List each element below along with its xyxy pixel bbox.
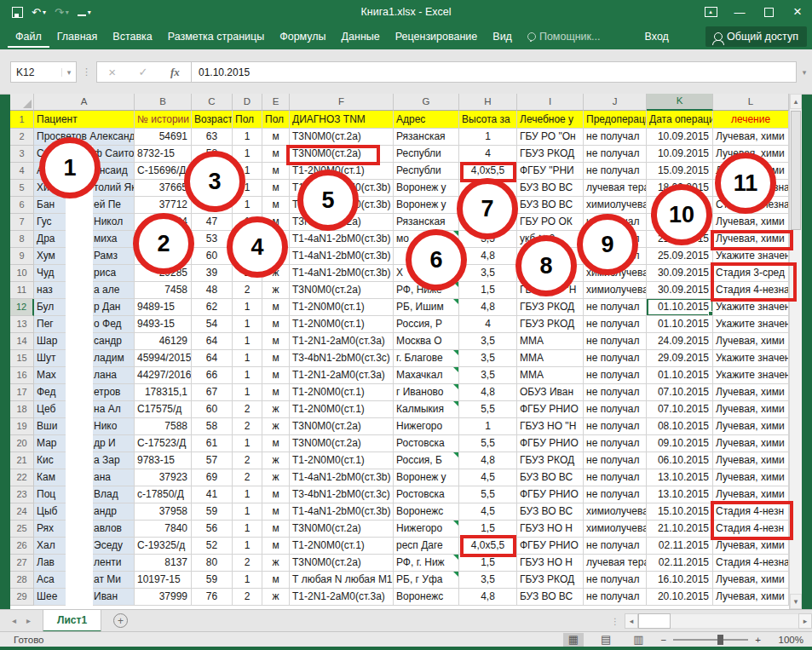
cell-F20[interactable]: T3N0M0(ст.2a)	[290, 435, 394, 452]
cell-D18[interactable]: 2	[233, 401, 262, 418]
cell-L14[interactable]: Лучевая, хими	[713, 333, 789, 350]
cell-I24[interactable]: БУЗ ВО ВС	[517, 503, 584, 521]
undo-button[interactable]: ↶▾	[32, 6, 46, 19]
cell-B17[interactable]: 178315,1	[135, 384, 192, 401]
cell-K2[interactable]: 10.09.2015	[647, 129, 713, 146]
cell-C11[interactable]: 48	[192, 282, 233, 299]
row-header-9[interactable]: 9	[10, 248, 34, 265]
row-header-7[interactable]: 7	[10, 214, 34, 231]
cell-K27[interactable]: 02.11.2015	[647, 555, 713, 572]
cell-C20[interactable]: 61	[192, 435, 233, 452]
ribbon-display-options-button[interactable]: ▴	[696, 0, 725, 24]
cell-I4[interactable]: ФГБУ "РНИ	[517, 163, 584, 180]
cell-I5[interactable]: БУЗ ВО ВС	[517, 180, 584, 197]
cell-B14[interactable]: 46129	[135, 333, 192, 350]
cell-I17[interactable]: ОБУЗ Иван	[517, 384, 584, 401]
cell-B26[interactable]: С-19325/д	[135, 538, 192, 555]
vscroll-down-arrow[interactable]: ▾	[790, 594, 802, 609]
cell-G14[interactable]: Москва О	[394, 333, 459, 350]
cell-K22[interactable]: 13.10.2015	[647, 469, 713, 486]
row-header-1[interactable]: 1	[10, 111, 34, 129]
cell-I19[interactable]: ГБУЗ НО "Н	[517, 418, 584, 435]
cell-K28[interactable]: 16.10.2015	[647, 572, 713, 589]
column-header-J[interactable]: J	[584, 94, 647, 111]
cell-K12[interactable]: 01.10.2015	[647, 299, 713, 316]
cell-G7[interactable]: Рязанская	[394, 214, 459, 231]
cell-C21[interactable]: 57	[192, 452, 233, 469]
column-header-G[interactable]: G	[394, 94, 459, 111]
cell-I6[interactable]: БУЗ ВО ВС	[517, 197, 584, 214]
vscroll-up-arrow[interactable]: ▴	[790, 94, 802, 109]
row-header-19[interactable]: 19	[10, 418, 34, 435]
cell-L20[interactable]: Лучевая, хими	[713, 435, 789, 452]
cell-E14[interactable]: м	[262, 333, 290, 350]
cell-F27[interactable]: T3N0M0(ст.2a)	[290, 555, 394, 572]
cell-H3[interactable]: 4	[459, 146, 517, 163]
cell-E12[interactable]: м	[262, 299, 290, 316]
cell-E2[interactable]: м	[262, 129, 290, 146]
cell-J19[interactable]: не получал	[584, 418, 647, 435]
cell-F14[interactable]: T1-2N1-2aM0(ст.3a)	[290, 333, 394, 350]
cell-J1[interactable]: Предоперацио	[584, 111, 647, 129]
hscroll-left-arrow[interactable]: ◂	[625, 613, 638, 629]
cell-D11[interactable]: 2	[233, 282, 262, 299]
cell-D2[interactable]: 1	[233, 129, 262, 146]
row-header-20[interactable]: 20	[10, 435, 34, 452]
cell-K16[interactable]: 01.10.2015	[647, 367, 713, 384]
cell-D22[interactable]: 2	[233, 469, 262, 486]
cell-C10[interactable]: 39	[192, 265, 233, 282]
cell-J20[interactable]: не получал	[584, 435, 647, 452]
cell-K3[interactable]: 10.09.2015	[647, 146, 713, 163]
cell-B2[interactable]: 54691	[135, 129, 192, 146]
cell-C7[interactable]: 47	[192, 214, 233, 231]
cell-L2[interactable]: Лучевая, хими	[713, 129, 789, 146]
tab-data[interactable]: Данные	[334, 26, 388, 48]
cell-J11[interactable]: химиолучева	[584, 282, 647, 299]
cell-I13[interactable]: ГБУЗ РКОД	[517, 316, 584, 333]
cell-L18[interactable]: Лучевая, хими	[713, 401, 789, 418]
view-page-break-button[interactable]: ▥	[628, 633, 648, 647]
row-header-4[interactable]: 4	[10, 163, 34, 180]
cell-J6[interactable]: химиолучева	[584, 197, 647, 214]
cell-J29[interactable]: не получал	[584, 589, 647, 606]
cell-F12[interactable]: T1-2N0M0(ст.1)	[290, 299, 394, 316]
cell-I3[interactable]: ГБУЗ РКОД	[517, 146, 584, 163]
cell-H27[interactable]: 1,5	[459, 555, 517, 572]
cell-F22[interactable]: T1-4aN1-2bM0(ст.3b)	[290, 469, 394, 486]
view-page-layout-button[interactable]: ▤	[596, 633, 616, 647]
cell-J12[interactable]: не получал	[584, 299, 647, 316]
cell-F9[interactable]: T1-4aN1-2bM0(ст.3b)	[290, 248, 394, 265]
hscroll-track[interactable]	[671, 613, 798, 629]
cell-E5[interactable]: м	[262, 180, 290, 197]
cell-C16[interactable]: 66	[192, 367, 233, 384]
cell-G27[interactable]: РФ, г. Ниж	[394, 555, 459, 572]
cell-H20[interactable]: 5,5	[459, 435, 517, 452]
cell-L21[interactable]: Лучевая, хими	[713, 452, 789, 469]
cell-D20[interactable]: 1	[233, 435, 262, 452]
cell-E17[interactable]: м	[262, 384, 290, 401]
cell-C23[interactable]: 41	[192, 486, 233, 503]
cell-G3[interactable]: Республи	[394, 146, 459, 163]
cell-B11[interactable]: 7458	[135, 282, 192, 299]
column-header-F[interactable]: F	[290, 94, 394, 111]
row-header-12[interactable]: 12	[10, 299, 34, 316]
cell-B5[interactable]: 37665	[135, 180, 192, 197]
cell-G24[interactable]: Воронежс	[394, 503, 459, 521]
cell-A1[interactable]: Пациент	[34, 111, 135, 129]
vscroll-thumb[interactable]	[791, 111, 801, 230]
formula-input[interactable]: 01.10.2015	[192, 61, 797, 83]
cell-K18[interactable]: 07.10.2015	[647, 401, 713, 418]
cell-D15[interactable]: 1	[233, 350, 262, 367]
cell-B24[interactable]: 37958	[135, 503, 192, 521]
cell-G20[interactable]: Ростовска	[394, 435, 459, 452]
cell-G6[interactable]: Воронеж у	[394, 197, 459, 214]
zoom-slider-handle[interactable]	[717, 635, 723, 645]
cell-K25[interactable]: 21.10.2015	[647, 521, 713, 538]
cell-I25[interactable]: ГБУЗ НО Н	[517, 521, 584, 538]
cell-D1[interactable]: Пол	[233, 111, 262, 129]
cell-L17[interactable]: Лучевая, хими	[713, 384, 789, 401]
cell-C28[interactable]: 59	[192, 572, 233, 589]
cell-J14[interactable]: не получал	[584, 333, 647, 350]
cell-J2[interactable]: не получал	[584, 129, 647, 146]
sheet-nav-left-icon[interactable]: ◂	[12, 616, 16, 625]
